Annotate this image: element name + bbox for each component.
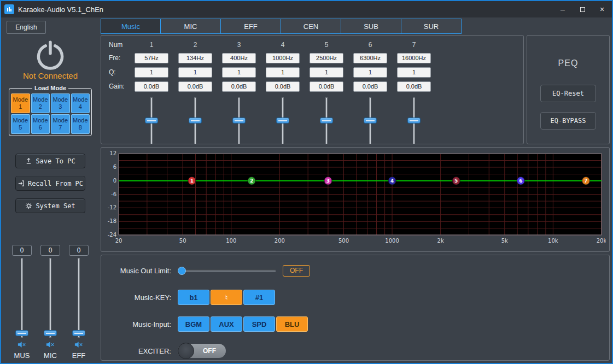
slider-knob[interactable] <box>178 267 186 275</box>
language-button[interactable]: English <box>7 21 46 34</box>
music-input-spd-button[interactable]: SPD <box>243 316 275 332</box>
recall-from-pc-button[interactable]: Recall From PC <box>15 176 85 191</box>
mixer-mic-value[interactable]: 0 <box>40 245 60 256</box>
tab-cen[interactable]: CEN <box>281 19 341 34</box>
music-out-limit-off-button[interactable]: OFF <box>283 265 310 277</box>
music-key-flat-button[interactable]: b1 <box>178 290 209 305</box>
tab-music[interactable]: Music <box>101 19 161 34</box>
sidebar-actions: Save To PC Recall From PC System Set <box>15 154 85 213</box>
eq-bypass-button[interactable]: EQ-BYPASS <box>540 112 596 130</box>
band-6-q-input[interactable] <box>353 67 387 78</box>
band-1-q-input[interactable] <box>135 67 168 78</box>
mode-button-7[interactable]: Mode 7 <box>51 114 70 134</box>
minimize-button[interactable]: – <box>553 1 573 17</box>
mode-button-2[interactable]: Mode 2 <box>31 93 50 113</box>
mode-button-4[interactable]: Mode 4 <box>71 93 90 113</box>
music-out-limit-row: Music Out Limit: OFF <box>101 263 609 278</box>
band-6-freq-input[interactable] <box>353 53 387 63</box>
system-set-button[interactable]: System Set <box>15 198 85 213</box>
mode-button-5[interactable]: Mode 5 <box>11 114 30 134</box>
band-5-gain-input[interactable] <box>310 81 343 92</box>
band-4-number: 4 <box>261 41 305 49</box>
slider-handle[interactable] <box>276 118 289 124</box>
slider-handle[interactable] <box>15 330 28 336</box>
mixer-mic-fader[interactable] <box>42 258 59 338</box>
eq-graph-panel: 1260-6-12-18-24205010020050010002k5k10k2… <box>101 147 610 252</box>
band-6-number: 6 <box>348 41 392 49</box>
mode-button-8[interactable]: Mode 8 <box>71 114 90 134</box>
slider-handle[interactable] <box>232 118 246 124</box>
svg-text:20: 20 <box>115 237 122 243</box>
mixer-mus: 0MUS <box>10 245 33 360</box>
band-2-freq-input[interactable] <box>178 53 212 63</box>
band-1-gain-slider[interactable] <box>143 97 160 144</box>
band-2-gain-slider[interactable] <box>187 97 203 144</box>
music-input-bgm-button[interactable]: BGM <box>178 316 209 332</box>
eq-response-chart[interactable]: 1260-6-12-18-24205010020050010002k5k10k2… <box>103 151 606 248</box>
eq-section: Num1234567Fre:Q:Gain: PEQ EQ-Reset EQ-BY… <box>101 35 610 144</box>
band-5-number: 5 <box>305 41 348 49</box>
close-button[interactable]: × <box>592 1 612 17</box>
svg-text:5: 5 <box>454 178 458 184</box>
tab-mic[interactable]: MIC <box>161 19 221 34</box>
band-7-gain-input[interactable] <box>397 81 431 92</box>
band-5-q-input[interactable] <box>310 67 343 78</box>
band-3-q-input[interactable] <box>222 67 256 78</box>
tab-eff[interactable]: EFF <box>221 19 281 34</box>
tab-sub[interactable]: SUB <box>341 19 401 34</box>
mixer-mus-fader[interactable] <box>14 258 30 338</box>
slider-handle[interactable] <box>364 118 377 124</box>
band-2-gain-input[interactable] <box>178 81 212 92</box>
toggle-knob[interactable] <box>178 343 194 359</box>
mode-button-3[interactable]: Mode 3 <box>51 93 70 113</box>
svg-text:3: 3 <box>326 178 330 184</box>
mixer-mus-value[interactable]: 0 <box>12 245 32 256</box>
mixer-eff-fader[interactable] <box>71 258 87 338</box>
band-4-gain-slider[interactable] <box>275 97 291 144</box>
band-1-freq-input[interactable] <box>135 53 168 63</box>
band-2-q-input[interactable] <box>178 67 212 78</box>
music-input-aux-button[interactable]: AUX <box>211 316 242 332</box>
svg-text:2: 2 <box>250 178 253 184</box>
eq-reset-button[interactable]: EQ-Reset <box>540 85 596 102</box>
mute-speaker-icon[interactable] <box>17 341 26 349</box>
music-out-limit-label: Music Out Limit: <box>107 267 171 275</box>
band-7-freq-input[interactable] <box>397 53 431 63</box>
music-key-natural-button[interactable]: ♮ <box>211 290 242 305</box>
slider-handle[interactable] <box>320 118 333 124</box>
mode-button-1[interactable]: Mode 1 <box>11 93 30 113</box>
app-icon <box>4 4 14 14</box>
band-7-q-input[interactable] <box>397 67 431 78</box>
tab-sur[interactable]: SUR <box>401 19 462 34</box>
band-6-gain-input[interactable] <box>353 81 387 92</box>
slider-handle[interactable] <box>44 330 57 336</box>
band-3-gain-slider[interactable] <box>231 97 247 144</box>
band-6-gain-slider[interactable] <box>362 97 378 144</box>
titlebar[interactable]: Karaoke-Audio V5.1_ChEn – × <box>1 1 612 17</box>
band-3-gain-input[interactable] <box>222 81 256 92</box>
slider-track <box>178 269 276 272</box>
music-input-blu-button[interactable]: BLU <box>276 316 308 332</box>
band-3-freq-input[interactable] <box>222 53 256 63</box>
band-5-freq-input[interactable] <box>310 53 343 63</box>
band-4-freq-input[interactable] <box>266 53 300 63</box>
band-4-q-input[interactable] <box>266 67 300 78</box>
exciter-toggle[interactable]: OFF <box>178 344 226 358</box>
mute-speaker-icon[interactable] <box>46 341 55 349</box>
mute-speaker-icon[interactable] <box>74 341 83 349</box>
maximize-button[interactable] <box>573 1 592 17</box>
band-4-gain-input[interactable] <box>266 81 300 92</box>
slider-handle[interactable] <box>407 118 421 124</box>
band-7-gain-slider[interactable] <box>406 97 422 144</box>
music-key-sharp-button[interactable]: #1 <box>243 290 275 305</box>
music-out-limit-slider[interactable] <box>178 266 276 275</box>
band-5-gain-slider[interactable] <box>318 97 335 144</box>
mixer-eff-value[interactable]: 0 <box>69 245 89 256</box>
mode-button-6[interactable]: Mode 6 <box>31 114 50 134</box>
slider-handle[interactable] <box>145 118 158 124</box>
svg-text:100: 100 <box>226 237 236 243</box>
save-to-pc-button[interactable]: Save To PC <box>15 154 85 168</box>
slider-handle[interactable] <box>189 118 202 124</box>
band-1-gain-input[interactable] <box>135 81 168 92</box>
slider-handle[interactable] <box>72 330 85 336</box>
